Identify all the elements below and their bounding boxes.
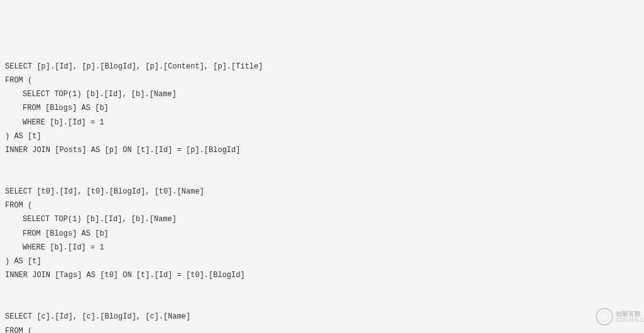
code-line: SELECT [t0].[Id], [t0].[BlogId], [t0].[N… [5, 185, 639, 199]
code-line: FROM ( [5, 199, 639, 212]
code-line: ) AS [t] [5, 254, 639, 268]
code-line: FROM ( [5, 324, 639, 333]
watermark-logo: 创新互联 CDCXHL.COM [596, 307, 636, 327]
code-line: INNER JOIN [Tags] AS [t0] ON [t].[Id] = … [5, 268, 639, 282]
watermark-brand-sub: CDCXHL.COM [616, 317, 644, 324]
code-line: WHERE [b].[Id] = 1 [5, 116, 639, 129]
blank-line [5, 171, 639, 185]
code-line: SELECT TOP(1) [b].[Id], [b].[Name] [5, 87, 639, 101]
watermark-icon [596, 308, 613, 325]
code-line: WHERE [b].[Id] = 1 [5, 241, 639, 254]
blank-line [5, 157, 639, 171]
sql-code-block: SELECT [p].[Id], [p].[BlogId], [p].[Cont… [5, 60, 639, 333]
code-line: SELECT [c].[Id], [c].[BlogId], [c].[Name… [5, 310, 639, 324]
watermark-brand-cn: 创新互联 [616, 310, 644, 317]
code-line: SELECT [p].[Id], [p].[BlogId], [p].[Cont… [5, 60, 639, 74]
blank-line [5, 282, 639, 296]
blank-line [5, 296, 639, 310]
code-line: FROM [Blogs] AS [b] [5, 227, 639, 241]
code-line: FROM [Blogs] AS [b] [5, 101, 639, 115]
code-line: SELECT TOP(1) [b].[Id], [b].[Name] [5, 212, 639, 226]
code-line: FROM ( [5, 74, 639, 87]
code-line: INNER JOIN [Posts] AS [p] ON [t].[Id] = … [5, 143, 639, 157]
code-line: ) AS [t] [5, 129, 639, 143]
watermark-text: 创新互联 CDCXHL.COM [616, 310, 644, 324]
